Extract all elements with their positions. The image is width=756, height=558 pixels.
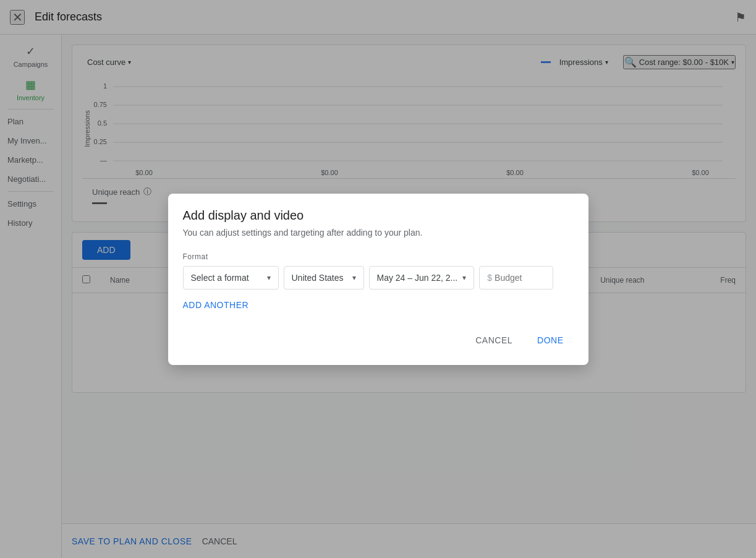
dialog-done-button[interactable]: DONE — [527, 330, 573, 350]
add-display-video-dialog: Add display and video You can adjust set… — [168, 194, 588, 365]
country-chevron-icon: ▾ — [352, 273, 356, 282]
dialog-cancel-button[interactable]: CANCEL — [465, 330, 522, 350]
dialog-title: Add display and video — [183, 208, 574, 223]
format-select-value: Select a format — [191, 273, 249, 283]
budget-input[interactable] — [495, 273, 544, 283]
dialog-subtitle: You can adjust settings and targeting af… — [183, 228, 574, 238]
country-select-value: United States — [292, 273, 344, 283]
date-range-value: May 24 – Jun 22, 2... — [377, 273, 458, 283]
country-select[interactable]: United States ▾ — [284, 266, 364, 290]
date-range-select[interactable]: May 24 – Jun 22, 2... ▾ — [369, 266, 475, 290]
modal-overlay: Add display and video You can adjust set… — [0, 0, 756, 558]
format-label: Format — [183, 252, 574, 261]
add-another-button[interactable]: ADD ANOTHER — [183, 300, 249, 310]
budget-currency-symbol: $ — [487, 273, 492, 283]
format-select[interactable]: Select a format ▾ — [183, 266, 279, 290]
date-chevron-icon: ▾ — [462, 273, 466, 282]
budget-field: $ — [479, 266, 553, 290]
format-chevron-icon: ▾ — [267, 273, 271, 282]
dialog-actions: CANCEL DONE — [183, 330, 574, 350]
dialog-format-row: Select a format ▾ United States ▾ May 24… — [183, 266, 574, 290]
